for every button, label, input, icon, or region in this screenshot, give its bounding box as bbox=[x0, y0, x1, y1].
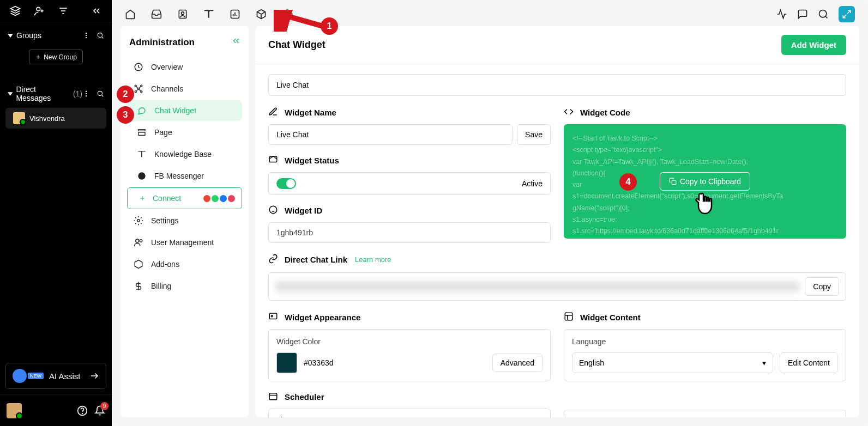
svg-point-36 bbox=[141, 91, 142, 93]
nav-fb[interactable]: FB Messenger bbox=[127, 166, 242, 186]
arrow-right-icon bbox=[89, 371, 99, 381]
nav-chat-widget[interactable]: Chat Widget bbox=[127, 100, 242, 121]
svg-rect-53 bbox=[269, 393, 277, 400]
scheduler-icon bbox=[268, 391, 279, 402]
search-top-icon[interactable] bbox=[818, 9, 829, 20]
filter-icon[interactable] bbox=[58, 5, 69, 16]
settings-icon bbox=[134, 216, 143, 226]
widget-select-input[interactable] bbox=[268, 74, 846, 96]
plus-icon: ＋ bbox=[137, 193, 147, 203]
reports-icon[interactable] bbox=[230, 9, 240, 20]
profile-button[interactable] bbox=[839, 6, 855, 22]
current-user-avatar[interactable] bbox=[7, 403, 22, 418]
nav-connect[interactable]: ＋Connect bbox=[127, 187, 242, 209]
avatar bbox=[13, 112, 25, 124]
svg-point-29 bbox=[819, 10, 827, 17]
svg-marker-0 bbox=[11, 7, 20, 11]
add-widget-button[interactable]: Add Widget bbox=[781, 35, 846, 55]
svg-line-39 bbox=[136, 90, 137, 91]
collapse-rail-icon[interactable] bbox=[91, 5, 102, 16]
svg-point-35 bbox=[135, 91, 136, 93]
color-swatch[interactable] bbox=[276, 352, 297, 373]
svg-point-1 bbox=[37, 7, 40, 11]
svg-point-17 bbox=[98, 91, 102, 95]
layers-icon[interactable] bbox=[10, 5, 21, 16]
groups-heading[interactable]: Groups bbox=[0, 28, 112, 43]
appearance-icon bbox=[268, 312, 279, 322]
chat-link-box: Copy bbox=[268, 272, 846, 301]
nav-settings[interactable]: Settings bbox=[127, 210, 242, 231]
svg-marker-13 bbox=[8, 92, 13, 96]
ai-assist-button[interactable]: NEW AI Assist bbox=[5, 363, 106, 389]
svg-point-11 bbox=[98, 33, 102, 37]
svg-line-30 bbox=[825, 16, 827, 18]
widget-name-input[interactable] bbox=[268, 124, 513, 145]
status-label: Active bbox=[522, 179, 542, 188]
dm-heading[interactable]: Direct Messages (1) bbox=[0, 82, 112, 106]
nav-overview[interactable]: Overview bbox=[127, 57, 242, 77]
svg-line-59 bbox=[280, 14, 323, 26]
contacts-icon[interactable] bbox=[177, 9, 188, 20]
home-icon[interactable] bbox=[125, 9, 136, 20]
topbar bbox=[114, 2, 866, 26]
svg-line-18 bbox=[102, 95, 103, 96]
link-icon bbox=[268, 254, 279, 265]
panel: Chat Widget Add Widget Widget Name Save … bbox=[255, 26, 859, 417]
svg-point-10 bbox=[86, 37, 87, 38]
svg-line-37 bbox=[136, 87, 137, 88]
language-select[interactable]: English▾ bbox=[572, 352, 773, 373]
groups-more-icon[interactable] bbox=[82, 32, 90, 39]
kb-icon bbox=[137, 149, 147, 159]
copy-clipboard-button[interactable]: Copy to Clipboard bbox=[660, 172, 750, 191]
svg-rect-48 bbox=[269, 156, 277, 162]
page-title: Chat Widget bbox=[268, 39, 326, 51]
nav-kb[interactable]: Knowledge Base bbox=[127, 144, 242, 165]
chevron-down-icon: ▾ bbox=[762, 358, 766, 367]
svg-point-16 bbox=[86, 95, 87, 96]
fb-icon bbox=[137, 171, 147, 181]
status-icon bbox=[268, 155, 279, 166]
learn-more-link[interactable]: Learn more bbox=[355, 255, 391, 264]
id-icon bbox=[268, 205, 279, 216]
nav-user-mgmt[interactable]: User Management bbox=[127, 232, 242, 253]
svg-rect-41 bbox=[138, 130, 145, 131]
content-icon bbox=[564, 312, 575, 322]
chat-icon[interactable] bbox=[797, 9, 808, 20]
color-hex: #03363d bbox=[304, 358, 486, 367]
addons-top-icon[interactable] bbox=[256, 9, 267, 20]
dm-item[interactable]: Vishvendra bbox=[5, 108, 106, 129]
marker-2: 2 bbox=[117, 86, 134, 103]
svg-line-12 bbox=[102, 37, 103, 38]
status-toggle[interactable] bbox=[276, 178, 296, 189]
color-label: Widget Color bbox=[276, 337, 542, 346]
nav-page[interactable]: Page bbox=[127, 122, 242, 143]
svg-point-46 bbox=[140, 240, 142, 242]
groups-search-icon[interactable] bbox=[97, 32, 104, 39]
widget-code-box: <!--Start of Tawk.to Script--> <script t… bbox=[564, 124, 846, 239]
edit-content-button[interactable]: Edit Content bbox=[780, 352, 838, 373]
person-add-icon[interactable] bbox=[34, 5, 45, 16]
svg-rect-50 bbox=[672, 180, 676, 185]
help-icon[interactable] bbox=[77, 405, 88, 416]
save-button[interactable]: Save bbox=[517, 124, 551, 145]
new-group-button[interactable]: ＋ New Group bbox=[29, 50, 83, 64]
activity-icon[interactable] bbox=[776, 9, 787, 20]
nav-addons[interactable]: Add-ons bbox=[127, 254, 242, 275]
dm-search-icon[interactable] bbox=[97, 90, 104, 98]
rail-footer: 9 bbox=[0, 394, 112, 426]
nav-billing[interactable]: Billing bbox=[127, 276, 242, 296]
page-icon bbox=[137, 127, 147, 137]
copy-link-button[interactable]: Copy bbox=[805, 277, 839, 296]
notifications-button[interactable]: 9 bbox=[94, 405, 105, 416]
collapse-admin-icon[interactable] bbox=[231, 36, 241, 46]
inbox-icon[interactable] bbox=[151, 9, 162, 20]
advanced-button[interactable]: Advanced bbox=[492, 354, 542, 372]
bot-icon bbox=[13, 369, 27, 383]
addons-icon bbox=[134, 259, 143, 269]
svg-point-21 bbox=[82, 413, 83, 413]
svg-point-8 bbox=[86, 33, 87, 34]
dm-more-icon[interactable] bbox=[82, 90, 90, 98]
nav-channels[interactable]: Channels bbox=[127, 78, 242, 99]
book-icon[interactable] bbox=[203, 9, 214, 20]
marker-1: 1 bbox=[321, 17, 338, 35]
